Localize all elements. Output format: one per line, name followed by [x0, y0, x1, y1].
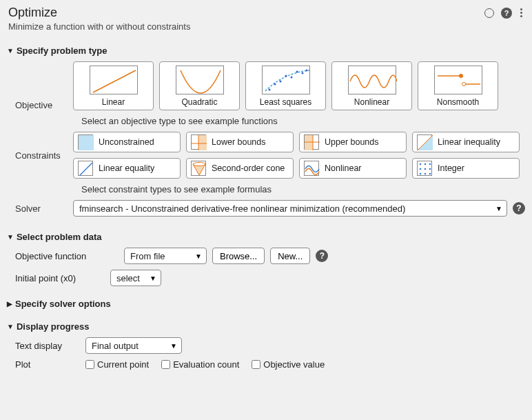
text-display-label: Text display: [15, 341, 80, 351]
objfunc-help-icon[interactable]: ?: [316, 250, 328, 262]
constraint-tile-unconstrained[interactable]: Unconstrained: [73, 132, 181, 152]
new-button[interactable]: New...: [270, 248, 310, 264]
constraints-hint: Select constraint types to see example f…: [81, 184, 525, 194]
tile-label: Lower bounds: [212, 137, 266, 147]
objective-hint: Select an objective type to see example …: [81, 116, 525, 126]
page-subtitle: Minimize a function with or without cons…: [8, 21, 190, 32]
tile-label: Upper bounds: [325, 137, 379, 147]
svg-point-26: [424, 163, 427, 166]
svg-point-29: [424, 168, 427, 170]
svg-point-3: [279, 81, 281, 83]
checkbox[interactable]: [85, 360, 94, 369]
chevron-down-icon: [7, 233, 14, 241]
objective-tile-nonsmooth[interactable]: Nonsmooth: [418, 61, 498, 110]
svg-point-2: [274, 83, 276, 86]
section-solver-options-header[interactable]: Specify solver options: [7, 299, 525, 309]
svg-point-1: [268, 89, 270, 91]
constraint-tile-linearineq[interactable]: Linear inequality: [412, 132, 520, 152]
select-value: From file: [130, 251, 165, 261]
svg-point-30: [429, 168, 431, 170]
constraint-tile-lineareq[interactable]: Linear equality: [73, 158, 181, 179]
solver-select[interactable]: fminsearch - Unconstrained derivative-fr…: [73, 200, 507, 217]
svg-point-28: [420, 168, 422, 170]
objective-label: Objective: [7, 100, 73, 110]
check-label: Objective value: [263, 359, 325, 370]
svg-point-8: [305, 70, 307, 72]
tile-label: Nonsmooth: [437, 97, 479, 107]
check-label: Current point: [97, 359, 149, 370]
tile-label: Least squares: [260, 97, 311, 107]
chevron-right-icon: [7, 300, 12, 308]
objective-tile-nonlinear[interactable]: Nonlinear: [331, 61, 412, 110]
tile-label: Second-order cone: [212, 163, 285, 173]
plot-check-objvalue[interactable]: Objective value: [252, 359, 325, 370]
help-icon[interactable]: ?: [501, 8, 512, 19]
section-heading: Specify solver options: [15, 299, 111, 309]
page-title: Optimize: [8, 6, 190, 20]
constraint-tile-nonlinear[interactable]: Nonlinear: [299, 158, 407, 179]
objective-tile-linear[interactable]: Linear: [73, 61, 154, 110]
constraint-tile-lowerbounds[interactable]: Lower bounds: [186, 132, 294, 152]
svg-line-0: [93, 70, 136, 92]
header: Optimize Minimize a function with or wit…: [0, 0, 532, 39]
section-select-problem-data-header[interactable]: Select problem data: [7, 232, 525, 242]
tile-label: Nonlinear: [354, 97, 389, 107]
plot-label: Plot: [15, 359, 80, 370]
check-label: Evaluation count: [173, 359, 239, 370]
svg-point-33: [429, 173, 431, 175]
objective-tile-leastsquares[interactable]: Least squares: [245, 61, 326, 110]
text-display-select[interactable]: Final output: [85, 337, 182, 354]
constraint-tile-upperbounds[interactable]: Upper bounds: [299, 132, 407, 152]
status-circle-icon[interactable]: [484, 8, 494, 18]
section-display-progress-header[interactable]: Display progress: [7, 321, 525, 332]
objective-tile-quadratic[interactable]: Quadratic: [159, 61, 240, 110]
tile-label: Nonlinear: [325, 163, 362, 173]
objective-function-select[interactable]: From file: [124, 248, 207, 264]
section-heading: Display progress: [17, 321, 90, 332]
plot-check-currentpoint[interactable]: Current point: [85, 359, 149, 370]
svg-rect-13: [79, 135, 94, 150]
tile-label: Quadratic: [181, 97, 217, 107]
objective-function-label: Objective function: [15, 251, 119, 261]
constraint-tile-integer[interactable]: Integer: [412, 158, 520, 179]
constraint-tile-cone[interactable]: Second-order cone: [186, 158, 294, 179]
svg-point-12: [462, 83, 465, 86]
checkbox[interactable]: [252, 360, 260, 369]
tile-label: Linear inequality: [438, 137, 500, 147]
svg-point-10: [459, 74, 463, 78]
svg-point-6: [296, 71, 298, 73]
initial-point-select[interactable]: select: [110, 270, 161, 286]
chevron-down-icon: [7, 47, 14, 54]
checkbox[interactable]: [161, 360, 170, 369]
plot-check-evalcount[interactable]: Evaluation count: [161, 359, 239, 370]
svg-point-27: [429, 163, 431, 166]
svg-point-25: [420, 163, 422, 166]
section-heading: Specify problem type: [17, 46, 107, 56]
section-specify-problem-type-header[interactable]: Specify problem type: [7, 46, 525, 56]
solver-help-icon[interactable]: ?: [513, 202, 525, 214]
svg-line-22: [80, 163, 92, 175]
constraints-label: Constraints: [7, 150, 73, 161]
tile-label: Unconstrained: [99, 137, 154, 147]
tile-label: Linear equality: [99, 163, 154, 173]
svg-point-24: [193, 163, 205, 166]
initial-point-label: Initial point (x0): [15, 273, 105, 283]
solver-value: fminsearch - Unconstrained derivative-fr…: [79, 203, 405, 214]
svg-point-4: [285, 75, 287, 77]
chevron-down-icon: [7, 323, 14, 330]
svg-rect-14: [198, 135, 207, 150]
select-value: Final output: [92, 341, 139, 351]
svg-point-5: [290, 77, 292, 79]
svg-point-32: [424, 173, 427, 175]
solver-label: Solver: [7, 203, 73, 214]
svg-point-31: [420, 173, 422, 175]
svg-point-7: [301, 72, 303, 74]
select-value: select: [116, 273, 140, 283]
tile-label: Integer: [438, 163, 464, 173]
svg-rect-17: [305, 135, 313, 150]
tile-label: Linear: [102, 97, 125, 107]
more-menu-icon[interactable]: [519, 7, 524, 19]
section-heading: Select problem data: [17, 232, 102, 242]
browse-button[interactable]: Browse...: [212, 248, 265, 264]
